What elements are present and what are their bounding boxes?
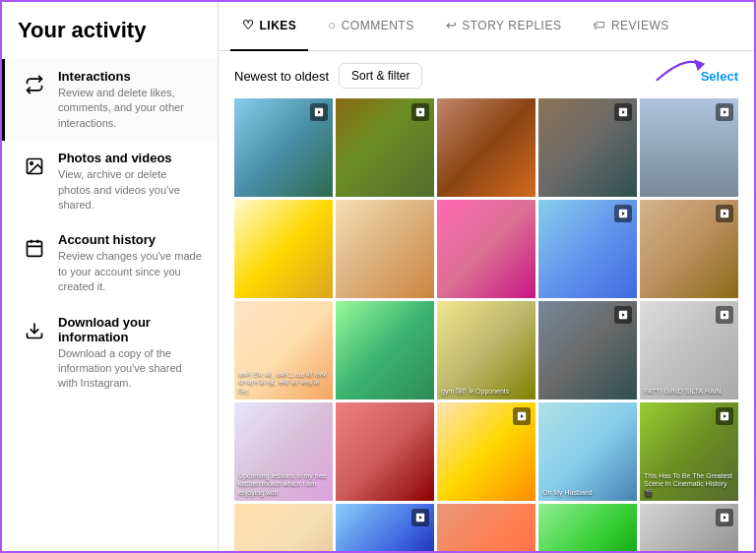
arrow-decoration — [650, 51, 709, 89]
grid-item[interactable]: gym हिंदी के Opponents — [437, 301, 536, 399]
grid-item-text: This Has To Be The Greatest Scene In Cin… — [644, 472, 734, 497]
grid-item[interactable] — [336, 98, 434, 197]
video-icon — [614, 205, 632, 222]
grid-item[interactable] — [640, 98, 738, 197]
grid-item[interactable] — [234, 504, 333, 551]
tab-story-replies[interactable]: ↩ Story Replies — [434, 2, 574, 51]
grid-item[interactable]: आपने टीम को, अपने 1 out की तरफ योगदान के… — [234, 301, 333, 399]
svg-rect-2 — [28, 242, 42, 257]
sort-filter-button[interactable]: Sort & filter — [339, 63, 422, 89]
video-icon — [716, 205, 733, 222]
grid-item[interactable] — [538, 504, 637, 551]
grid-item-text: FATTI G#ND SILTA HAIN — [644, 388, 734, 396]
svg-point-1 — [31, 162, 32, 165]
grid-item-text: आपने टीम को, अपने 1 out की तरफ योगदान के… — [238, 371, 329, 396]
sort-left: Newest to oldest Sort & filter — [234, 63, 422, 89]
grid-item[interactable] — [437, 504, 536, 551]
grid-item[interactable] — [234, 98, 333, 197]
tabs-bar: ♡ Likes ○ Comments ↩ Story Replies 🏷 Rev… — [219, 2, 754, 51]
download-icon — [21, 317, 48, 344]
main-content: ♡ Likes ○ Comments ↩ Story Replies 🏷 Rev… — [219, 2, 754, 551]
sidebar-title: Your activity — [2, 18, 218, 59]
sidebar-item-download[interactable]: Download your information Download a cop… — [2, 305, 218, 401]
video-icon — [716, 509, 733, 526]
video-icon — [411, 509, 429, 526]
sidebar-account-text: Account history Review changes you've ma… — [58, 232, 202, 294]
grid-item[interactable] — [336, 504, 434, 551]
grid-item[interactable] — [538, 200, 637, 298]
grid-item[interactable] — [437, 402, 536, 501]
sidebar-item-interactions[interactable]: Interactions Review and delete likes, co… — [2, 59, 218, 141]
sidebar-download-text: Download your information Download a cop… — [58, 315, 202, 392]
grid-item[interactable] — [336, 402, 434, 501]
grid-item-text: On My Husband — [542, 489, 633, 497]
video-icon — [716, 103, 733, 121]
content-area: Newest to oldest Sort & filter Select आप… — [219, 51, 754, 551]
sidebar-item-photos-videos[interactable]: Photos and videos View, archive or delet… — [2, 141, 218, 222]
tag-icon: 🏷 — [593, 18, 606, 32]
grid-item[interactable] — [640, 504, 738, 551]
video-icon — [411, 103, 429, 121]
grid-item[interactable] — [437, 200, 536, 298]
image-grid: आपने टीम को, अपने 1 out की तरफ योगदान के… — [234, 98, 738, 551]
tab-reviews[interactable]: 🏷 Reviews — [581, 2, 680, 51]
calendar-icon — [21, 234, 48, 262]
grid-item[interactable]: On My Husband — [538, 402, 637, 501]
sidebar: Your activity Interactions Review and de… — [2, 2, 219, 551]
grid-item[interactable] — [538, 98, 637, 197]
sidebar-interactions-text: Interactions Review and delete likes, co… — [58, 69, 202, 131]
grid-item[interactable] — [336, 200, 434, 298]
video-icon — [614, 306, 632, 324]
arrow-hint-container: Select — [701, 67, 738, 85]
video-icon — [716, 306, 733, 324]
interactions-icon — [21, 71, 48, 98]
grid-item[interactable]: This Has To Be The Greatest Scene In Cin… — [640, 402, 738, 501]
svg-marker-4 — [694, 59, 705, 71]
video-icon — [513, 407, 531, 425]
grid-item[interactable] — [538, 301, 637, 399]
sort-label: Newest to oldest — [234, 69, 329, 84]
tab-likes[interactable]: ♡ Likes — [230, 2, 308, 51]
grid-item[interactable]: FATTI G#ND SILTA HAIN — [640, 301, 738, 399]
grid-item[interactable] — [234, 200, 333, 298]
video-icon — [614, 103, 632, 121]
grid-item[interactable] — [640, 200, 738, 298]
grid-item[interactable] — [437, 98, 536, 197]
sidebar-photos-text: Photos and videos View, archive or delet… — [58, 151, 202, 213]
grid-item-text: gym हिंदी के Opponents — [441, 388, 532, 396]
reply-icon: ↩ — [446, 18, 458, 32]
photos-icon — [21, 153, 48, 180]
tab-comments[interactable]: ○ Comments — [316, 2, 425, 51]
grid-item-text: Upcoming lessons in my free kitchen mont… — [238, 472, 329, 497]
video-icon — [310, 103, 328, 121]
app-container: Your activity Interactions Review and de… — [2, 2, 754, 551]
heart-icon: ♡ — [242, 18, 255, 32]
video-icon — [716, 407, 733, 425]
sidebar-item-account-history[interactable]: Account history Review changes you've ma… — [2, 222, 218, 304]
grid-item[interactable] — [336, 301, 434, 399]
comment-icon: ○ — [328, 18, 336, 32]
sort-bar: Newest to oldest Sort & filter Select — [234, 63, 738, 89]
grid-item[interactable]: Upcoming lessons in my free kitchen mont… — [234, 402, 333, 501]
